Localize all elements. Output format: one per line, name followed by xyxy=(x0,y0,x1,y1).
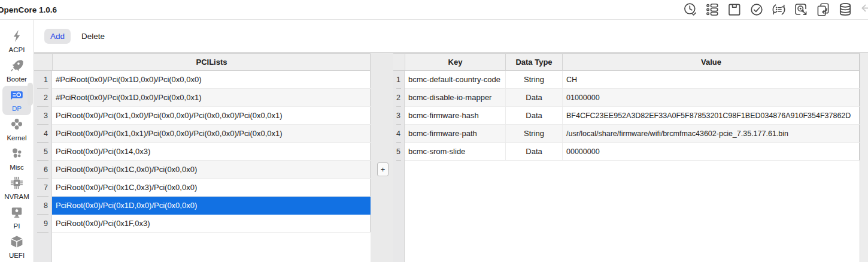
row-number: 2 xyxy=(34,89,52,107)
pci-list-row[interactable]: 1#PciRoot(0x0)/Pci(0x1D,0x0)/Pci(0x0,0x0… xyxy=(34,71,370,89)
undo-icon[interactable] xyxy=(860,2,868,17)
sidebar-item-label: Misc xyxy=(10,164,24,171)
sidebar-item-label: Booter xyxy=(7,76,27,83)
sidebar-item-label: PI xyxy=(14,222,20,230)
row-number: 5 xyxy=(34,143,52,161)
sidebar-item-booter[interactable]: Booter xyxy=(2,56,31,86)
history-clock-icon[interactable] xyxy=(682,2,698,17)
pci-path-cell: PciRoot(0x0)/Pci(0x1,0x1)/Pci(0x0,0x0)/P… xyxy=(52,125,371,143)
import-pages-icon[interactable] xyxy=(815,2,831,17)
pci-list-row[interactable]: 8PciRoot(0x0)/Pci(0x1D,0x0)/Pci(0x0,0x0) xyxy=(34,197,370,215)
property-row[interactable]: 5bcmc-srom-slideData00000000 xyxy=(393,143,859,161)
database-icon[interactable] xyxy=(837,2,853,17)
row-number: 4 xyxy=(393,125,405,143)
pci-path-cell: PciRoot(0x0)/Pci(0x1D,0x0)/Pci(0x0,0x0) xyxy=(52,197,371,215)
disk-link-icon[interactable] xyxy=(793,2,809,17)
sidebar-item-kernel[interactable]: Kernel xyxy=(2,115,31,144)
pci-path-cell: PciRoot(0x0)/Pci(0x1C,0x0)/Pci(0x0,0x0) xyxy=(52,161,371,179)
right-edge-strip xyxy=(860,53,868,262)
sidebar-scrollbar-thumb[interactable] xyxy=(28,83,33,106)
data-type-cell: Data xyxy=(505,107,562,125)
check-circle-icon[interactable] xyxy=(749,2,764,17)
pci-list-row[interactable]: 6PciRoot(0x0)/Pci(0x1C,0x0)/Pci(0x0,0x0) xyxy=(34,161,370,179)
row-number: 3 xyxy=(393,107,405,125)
properties-table: Key Data Type Value 1bcmc-default-countr… xyxy=(393,53,860,262)
sidebar-item-misc[interactable]: Misc xyxy=(2,144,31,174)
sidebar-item-acpi[interactable]: ACPI xyxy=(2,27,31,56)
cluster-icon xyxy=(10,146,24,163)
data-type-cell: String xyxy=(505,71,562,89)
row-number: 6 xyxy=(34,161,52,179)
pcilists-table: PCILists 1#PciRoot(0x0)/Pci(0x1D,0x0)/Pc… xyxy=(34,53,371,262)
pci-list-row[interactable]: 3PciRoot(0x0)/Pci(0x1,0x0)/Pci(0x0,0x0)/… xyxy=(34,107,370,125)
row-number: 5 xyxy=(393,143,405,161)
property-row[interactable]: 3bcmc-firmware-hashDataBF4CFC23EE952A3D8… xyxy=(393,107,859,125)
add-row-button[interactable]: + xyxy=(377,162,389,176)
clover-icon xyxy=(10,117,24,134)
sidebar-item-dp[interactable]: DP xyxy=(2,86,31,115)
toolbar-icons xyxy=(682,2,868,17)
properties-empty-area xyxy=(393,161,859,262)
pci-list-row[interactable]: 2#PciRoot(0x0)/Pci(0x1D,0x0)/Pci(0x0,0x1… xyxy=(34,89,370,107)
row-number: 7 xyxy=(34,179,52,197)
row-number: 2 xyxy=(393,89,405,107)
row-number-header xyxy=(34,54,52,70)
content-area: PCILists 1#PciRoot(0x0)/Pci(0x1D,0x0)/Pc… xyxy=(34,53,868,262)
properties-table-header: Key Data Type Value xyxy=(393,54,859,71)
sidebar-item-label: DP xyxy=(12,105,22,112)
sidebar: ACPIBooterDPKernelMiscNVRAMPIUEFI xyxy=(0,20,34,262)
key-cell: bcmc-firmware-hash xyxy=(405,107,505,125)
value-cell: /usr/local/share/firmware/wifi/brcmfmac4… xyxy=(562,125,860,143)
sidebar-item-pi[interactable]: PI xyxy=(2,203,31,233)
pci-list-row[interactable]: 5PciRoot(0x0)/Pci(0x14,0x3) xyxy=(34,143,370,161)
key-cell: bcmc-default-country-code xyxy=(405,71,505,89)
pci-path-cell: #PciRoot(0x0)/Pci(0x1D,0x0)/Pci(0x0,0x1) xyxy=(52,89,371,107)
lightning-icon xyxy=(10,29,24,46)
property-row[interactable]: 2bcmc-disable-io-mapperData01000000 xyxy=(393,89,859,107)
gpu-icon xyxy=(10,88,24,104)
delete-button[interactable]: Delete xyxy=(81,32,105,41)
value-cell: 00000000 xyxy=(562,143,860,161)
sidebar-item-label: ACPI xyxy=(9,46,25,53)
sidebar-item-nvram[interactable]: NVRAM xyxy=(2,174,31,203)
sync-list-icon[interactable] xyxy=(771,2,787,17)
list-icon[interactable] xyxy=(705,2,720,17)
key-cell: bcmc-srom-slide xyxy=(405,143,505,161)
pci-path-cell: PciRoot(0x0)/Pci(0x1,0x0)/Pci(0x0,0x0)/P… xyxy=(52,107,371,125)
pcilists-rows: 1#PciRoot(0x0)/Pci(0x1D,0x0)/Pci(0x0,0x0… xyxy=(34,71,370,233)
sidebar-item-uefi[interactable]: UEFI xyxy=(2,233,31,262)
value-column-header: Value xyxy=(562,54,860,70)
row-number: 4 xyxy=(34,125,52,143)
row-number-header xyxy=(393,54,405,70)
action-bar: Add Delete xyxy=(34,20,868,53)
pci-list-row[interactable]: 9PciRoot(0x0)/Pci(0x1F,0x3) xyxy=(34,215,370,233)
pci-path-cell: PciRoot(0x0)/Pci(0x1C,0x3)/Pci(0x0,0x0) xyxy=(52,179,371,197)
cube-icon xyxy=(10,234,24,251)
row-number: 8 xyxy=(34,197,52,215)
save-icon[interactable] xyxy=(727,2,742,17)
sidebar-item-label: Kernel xyxy=(7,134,26,141)
data-type-column-header: Data Type xyxy=(505,54,562,70)
row-number: 3 xyxy=(34,107,52,125)
pci-path-cell: PciRoot(0x0)/Pci(0x1F,0x3) xyxy=(52,215,371,233)
add-button[interactable]: Add xyxy=(44,29,71,44)
data-type-cell: Data xyxy=(505,89,562,107)
pcilists-empty-area xyxy=(34,233,370,262)
property-row[interactable]: 4bcmc-firmware-pathString/usr/local/shar… xyxy=(393,125,859,143)
value-cell: 01000000 xyxy=(562,89,860,107)
title-bar: OpenCore 1.0.6 xyxy=(0,0,868,20)
pci-list-row[interactable]: 4PciRoot(0x0)/Pci(0x1,0x1)/Pci(0x0,0x0)/… xyxy=(34,125,370,143)
data-type-cell: String xyxy=(505,125,562,143)
pcilists-column-header: PCILists xyxy=(52,54,371,70)
pci-list-row[interactable]: 7PciRoot(0x0)/Pci(0x1C,0x3)/Pci(0x0,0x0) xyxy=(34,179,370,197)
pci-path-cell: PciRoot(0x0)/Pci(0x14,0x3) xyxy=(52,143,371,161)
row-number: 1 xyxy=(34,71,52,89)
properties-rows: 1bcmc-default-country-codeStringCH2bcmc-… xyxy=(393,71,859,161)
pci-path-cell: #PciRoot(0x0)/Pci(0x1D,0x0)/Pci(0x0,0x0) xyxy=(52,71,371,89)
window-title: OpenCore 1.0.6 xyxy=(0,5,57,14)
pcilists-table-header: PCILists xyxy=(34,54,370,71)
key-cell: bcmc-firmware-path xyxy=(405,125,505,143)
rocket-icon xyxy=(10,58,24,75)
imac-icon xyxy=(10,205,24,222)
property-row[interactable]: 1bcmc-default-country-codeStringCH xyxy=(393,71,859,89)
